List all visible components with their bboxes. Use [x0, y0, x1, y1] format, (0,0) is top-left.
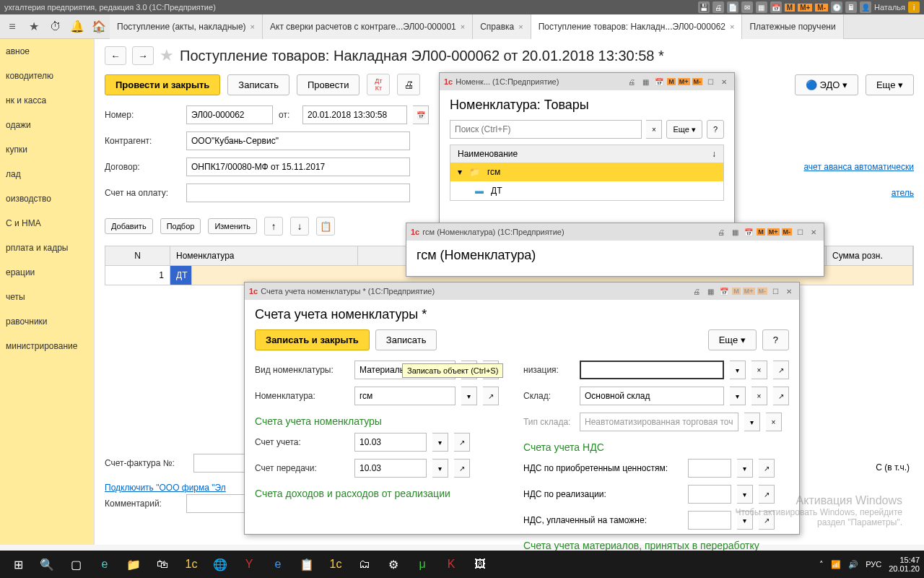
clear-icon[interactable]: ×	[751, 361, 767, 379]
help-button[interactable]: ?	[707, 120, 724, 139]
move-up-icon[interactable]: ↑	[264, 217, 283, 236]
cell-nomk[interactable]: ДТ	[170, 266, 192, 285]
grid-icon[interactable]: ▦	[705, 285, 716, 297]
sidebar-item[interactable]: министрирование	[0, 334, 94, 358]
search-input[interactable]	[450, 120, 642, 139]
print-icon[interactable]: 🖨	[397, 74, 420, 95]
open-icon[interactable]: ↗	[454, 433, 470, 452]
maximize-icon[interactable]: ☐	[705, 76, 716, 87]
calendar-icon[interactable]: 📅	[413, 105, 429, 124]
tab-item[interactable]: Акт сверки расчетов с контраге...ЭЛ00-00…	[263, 14, 473, 39]
date-input[interactable]	[302, 105, 407, 124]
nds-acq-input[interactable]	[688, 459, 731, 478]
save-button[interactable]: Записать	[375, 329, 437, 350]
nds-real-input[interactable]	[688, 485, 731, 504]
tab-item[interactable]: Справка×	[473, 14, 531, 39]
explorer-icon[interactable]: 📁	[120, 553, 147, 576]
m-plus-button[interactable]: M+	[678, 78, 690, 85]
dropdown-icon[interactable]: ▾	[461, 387, 477, 405]
more-button[interactable]: Еще ▾	[866, 74, 914, 95]
clear-icon[interactable]: ×	[646, 120, 662, 139]
open-icon[interactable]: ↗	[759, 459, 775, 478]
m-minus-button[interactable]: M-	[692, 78, 703, 85]
save-icon[interactable]: 💾	[698, 1, 710, 13]
utorrent-icon[interactable]: μ	[409, 553, 436, 576]
dropdown-icon[interactable]: ▾	[730, 387, 746, 405]
m-minus-button[interactable]: M-	[815, 4, 828, 12]
sort-icon[interactable]: ↓	[712, 149, 716, 159]
app-icon[interactable]: 🖼	[466, 553, 494, 576]
start-icon[interactable]: ⊞	[4, 553, 32, 576]
calendar-icon[interactable]: 📅	[718, 285, 730, 297]
sidebar-item[interactable]: четы	[0, 285, 94, 309]
post-close-button[interactable]: Провести и закрыть	[105, 74, 220, 95]
favorite-icon[interactable]: ★	[160, 46, 174, 65]
post-button[interactable]: Провести	[297, 74, 360, 95]
sidebar-item[interactable]: купки	[0, 137, 94, 162]
dropdown-icon[interactable]: ▾	[737, 459, 753, 478]
dropdown-icon[interactable]: ▾	[432, 433, 448, 452]
dropdown-icon[interactable]: ▾	[730, 361, 746, 379]
store-icon[interactable]: 🛍	[149, 553, 176, 576]
close-icon[interactable]: ✕	[783, 285, 795, 297]
doc-icon[interactable]: 📄	[727, 1, 738, 13]
m-button[interactable]: M	[732, 288, 741, 295]
save-close-button[interactable]: Записать и закрыть	[255, 329, 370, 350]
m-minus-button[interactable]: M-	[757, 288, 768, 295]
m-minus-button[interactable]: M-	[782, 228, 793, 236]
back-button[interactable]: ←	[105, 46, 126, 65]
print-icon[interactable]: 🖨	[691, 285, 702, 297]
star-icon[interactable]: ★	[23, 16, 45, 38]
copy-icon[interactable]: 📋	[316, 217, 335, 236]
menu-icon[interactable]: ≡	[1, 16, 23, 38]
close-icon[interactable]: ✕	[808, 226, 819, 238]
open-icon[interactable]: ↗	[773, 361, 789, 379]
edit-button[interactable]: Изменить	[208, 218, 257, 234]
sidebar-item[interactable]: равочники	[0, 309, 94, 334]
history-icon[interactable]: ⏱	[45, 16, 66, 38]
sidebar-item[interactable]: ководителю	[0, 64, 94, 88]
m-button[interactable]: M	[785, 4, 795, 12]
yandex-icon[interactable]: Y	[235, 553, 263, 576]
number-input[interactable]	[186, 105, 273, 124]
close-icon[interactable]: ×	[730, 22, 734, 31]
open-icon[interactable]: ↗	[773, 387, 789, 405]
taskview-icon[interactable]: ▢	[62, 553, 90, 576]
open-icon[interactable]: ↗	[454, 459, 470, 478]
m-button[interactable]: M	[757, 228, 765, 236]
org-input[interactable]	[580, 361, 724, 379]
ie-icon[interactable]: e	[264, 553, 292, 576]
schet-per-input[interactable]	[354, 459, 427, 478]
close-icon[interactable]: ×	[518, 22, 523, 31]
move-down-icon[interactable]: ↓	[290, 217, 309, 236]
advance-link[interactable]: ачет аванса автоматически	[803, 162, 914, 172]
app-icon[interactable]: ⚙	[380, 553, 407, 576]
print-icon[interactable]: 🖨	[715, 226, 727, 238]
dialog-titlebar[interactable]: 1c Счета учета номенклатуры * (1С:Предпр…	[245, 282, 799, 300]
volume-icon[interactable]: 🔊	[848, 560, 858, 569]
sidebar-item[interactable]: ерации	[0, 260, 94, 285]
contragent-input[interactable]	[186, 131, 410, 150]
network-icon[interactable]: 📶	[831, 560, 841, 569]
nomk-input[interactable]	[354, 387, 456, 405]
home-icon[interactable]: 🏠	[88, 16, 110, 38]
dropdown-icon[interactable]: ▾	[432, 459, 448, 478]
sklad-input[interactable]	[580, 387, 724, 405]
add-button[interactable]: Добавить	[105, 218, 153, 234]
forward-button[interactable]: →	[132, 46, 154, 65]
schet-uch-input[interactable]	[354, 433, 427, 452]
mail-icon[interactable]: ✉	[741, 1, 753, 13]
grid-icon[interactable]: ▦	[756, 1, 767, 13]
invoice-input[interactable]	[186, 184, 410, 202]
sidebar-item[interactable]: оизводство	[0, 186, 94, 211]
sidebar-item[interactable]: нк и касса	[0, 88, 94, 113]
user-icon[interactable]: 👤	[860, 1, 871, 13]
sidebar-item[interactable]: авное	[0, 39, 94, 64]
grid-icon[interactable]: ▦	[729, 226, 741, 238]
language-indicator[interactable]: РУС	[866, 560, 881, 569]
sidebar-item[interactable]: лад	[0, 162, 94, 186]
tab-item[interactable]: Платежные поручени	[742, 14, 843, 39]
app-icon[interactable]: 📋	[293, 553, 321, 576]
edge-icon[interactable]: e	[91, 553, 118, 576]
more-button[interactable]: Еще ▾	[666, 120, 702, 139]
